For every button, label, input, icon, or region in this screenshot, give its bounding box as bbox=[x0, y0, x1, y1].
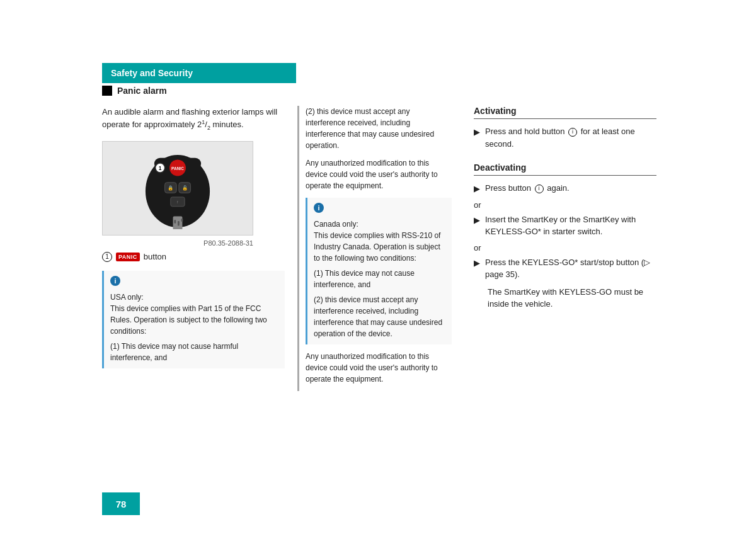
key-fob-image: PANIC 🔒 🔓 ↑ 1 bbox=[102, 141, 253, 236]
circle-number-1: 1 bbox=[102, 252, 112, 262]
activating-divider bbox=[474, 118, 656, 119]
deactivating-divider bbox=[474, 175, 656, 176]
info-text-canada-cond1: (1) This device may not cause interferen… bbox=[314, 268, 445, 290]
mid-text-unauth-ca: Any unauthorized modification to this de… bbox=[306, 351, 452, 385]
section-title: Safety and Security bbox=[111, 68, 193, 78]
button-label-row: 1 PANIC button bbox=[102, 252, 285, 262]
svg-text:🔒: 🔒 bbox=[168, 185, 174, 191]
mid-text-unauth-us: Any unauthorized modification to this de… bbox=[306, 157, 452, 191]
info-text-canada-cond2: (2) this device must accept any interfer… bbox=[314, 294, 445, 339]
activating-bullet: ▶ Press and hold button i for at least o… bbox=[474, 125, 656, 150]
deactivating-note: The SmartKey with KEYLESS-GO must be ins… bbox=[488, 286, 656, 310]
or-text-1: or bbox=[474, 200, 656, 210]
button-text: button bbox=[144, 252, 166, 261]
key-fob-svg: PANIC 🔒 🔓 ↑ 1 bbox=[121, 147, 234, 229]
page-number-box: 78 bbox=[102, 492, 140, 515]
bullet-arrow-1: ▶ bbox=[474, 126, 480, 139]
info-text-canada-body: This device complies with RSS-210 of Ind… bbox=[314, 230, 445, 264]
activating-label: Activating bbox=[474, 106, 656, 116]
deactivating-label: Deactivating bbox=[474, 162, 656, 173]
subsection-title-row: Panic alarm bbox=[102, 86, 656, 96]
deactivating-section: Deactivating ▶ Press button i again. or … bbox=[474, 162, 656, 310]
left-column: An audible alarm and flashing exterior l… bbox=[102, 106, 297, 391]
info-icon-canada: i bbox=[314, 203, 324, 213]
svg-text:↑: ↑ bbox=[176, 200, 178, 204]
circle-i-2: i bbox=[535, 185, 544, 193]
info-icon: i bbox=[110, 276, 120, 286]
circle-i-1: i bbox=[568, 128, 577, 137]
svg-rect-13 bbox=[174, 220, 176, 224]
info-text-usa-condition1: (1) This device may not cause harmful in… bbox=[110, 341, 278, 363]
middle-column: (2) this device must accept any interfer… bbox=[297, 106, 461, 391]
info-text-usa-title: USA only: bbox=[110, 292, 278, 303]
or-text-2: or bbox=[474, 243, 656, 253]
main-columns: An audible alarm and flashing exterior l… bbox=[102, 106, 656, 391]
deactivating-bullet-1: ▶ Press button i again. bbox=[474, 182, 656, 195]
deactivating-text-2: Insert the SmartKey or the SmartKey with… bbox=[485, 213, 656, 238]
deactivating-text-3: Press the KEYLESS-GO* start/stop button … bbox=[485, 256, 656, 281]
section-header: Safety and Security bbox=[102, 63, 296, 83]
activating-section: Activating ▶ Press and hold button i for… bbox=[474, 106, 656, 150]
mid-text-condition2-us: (2) this device must accept any interfer… bbox=[306, 106, 452, 151]
panic-badge: PANIC bbox=[116, 253, 140, 261]
page-container: Safety and Security Panic alarm An audib… bbox=[0, 0, 756, 534]
bullet-arrow-2: ▶ bbox=[474, 183, 480, 195]
info-text-canada-title: Canada only: bbox=[314, 219, 445, 230]
svg-text:PANIC: PANIC bbox=[171, 166, 184, 171]
info-box-canada: i Canada only: This device complies with… bbox=[306, 198, 452, 344]
intro-text: An audible alarm and flashing exterior l… bbox=[102, 106, 285, 132]
info-box-usa: i USA only: This device complies with Pa… bbox=[102, 271, 285, 368]
deactivating-bullet-3: ▶ Press the KEYLESS-GO* start/stop butto… bbox=[474, 256, 656, 281]
bullet-arrow-4: ▶ bbox=[474, 257, 480, 270]
content-area: Safety and Security Panic alarm An audib… bbox=[102, 63, 656, 391]
right-column: Activating ▶ Press and hold button i for… bbox=[461, 106, 656, 391]
svg-rect-14 bbox=[178, 221, 180, 225]
black-square-icon bbox=[102, 86, 112, 96]
subsection-title: Panic alarm bbox=[117, 86, 167, 96]
bullet-arrow-3: ▶ bbox=[474, 214, 480, 227]
deactivating-text-1: Press button i again. bbox=[485, 182, 570, 195]
info-text-usa-body: This device complies with Part 15 of the… bbox=[110, 303, 278, 337]
activating-text: Press and hold button i for at least one… bbox=[485, 125, 656, 150]
svg-rect-15 bbox=[181, 219, 183, 222]
svg-text:1: 1 bbox=[159, 165, 162, 171]
image-caption: P80.35-2088-31 bbox=[102, 239, 253, 247]
deactivating-bullet-2: ▶ Insert the SmartKey or the SmartKey wi… bbox=[474, 213, 656, 238]
page-number: 78 bbox=[116, 499, 127, 509]
svg-text:🔓: 🔓 bbox=[182, 185, 188, 191]
